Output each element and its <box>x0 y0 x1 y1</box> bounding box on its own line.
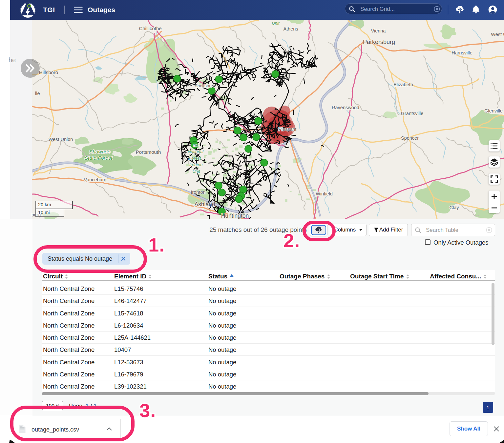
svg-text:Elizabeth: Elizabeth <box>393 82 413 87</box>
svg-text:lle: lle <box>35 91 40 96</box>
svg-text:Harrisville: Harrisville <box>452 50 472 55</box>
svg-text:Jackson: Jackson <box>195 83 212 88</box>
svg-text:ne: ne <box>194 143 198 148</box>
svg-text:National: National <box>188 149 204 154</box>
svg-text:Ravenswood: Ravenswood <box>332 105 359 110</box>
svg-text:Unit: Unit <box>272 21 280 26</box>
svg-text:Parkersburg: Parkersburg <box>363 39 395 45</box>
svg-text:Winfield: Winfield <box>316 191 333 196</box>
svg-text:Pleasant: Pleasant <box>279 127 297 132</box>
svg-text:Vienna: Vienna <box>371 28 386 33</box>
svg-text:Unit: Unit <box>192 169 200 174</box>
svg-text:Forest: Forest <box>189 156 201 161</box>
svg-text:West U: West U <box>491 32 504 37</box>
svg-text:Ironton: Ironton <box>191 190 205 195</box>
svg-text:Ashland: Ashland <box>194 201 215 208</box>
svg-text:West Union: West Union <box>49 137 73 142</box>
svg-text:Portsmouth: Portsmouth <box>136 149 161 155</box>
svg-text:Spencer: Spencer <box>401 135 419 141</box>
svg-text:Shawnee: Shawnee <box>89 149 111 154</box>
svg-text:Vanceburg: Vanceburg <box>84 177 106 182</box>
svg-text:Athens: Athens <box>283 26 298 31</box>
svg-text:Chillicothe: Chillicothe <box>139 26 161 31</box>
svg-text:Huntington: Huntington <box>221 212 249 219</box>
svg-text:Clay: Clay <box>449 205 459 210</box>
svg-text:Glenville: Glenville <box>484 108 503 113</box>
svg-text:Ironton: Ironton <box>189 162 202 167</box>
svg-text:Hillsboro: Hillsboro <box>39 70 58 75</box>
svg-text:State Forest: State Forest <box>85 155 113 161</box>
svg-text:Grantsville: Grantsville <box>401 111 424 116</box>
